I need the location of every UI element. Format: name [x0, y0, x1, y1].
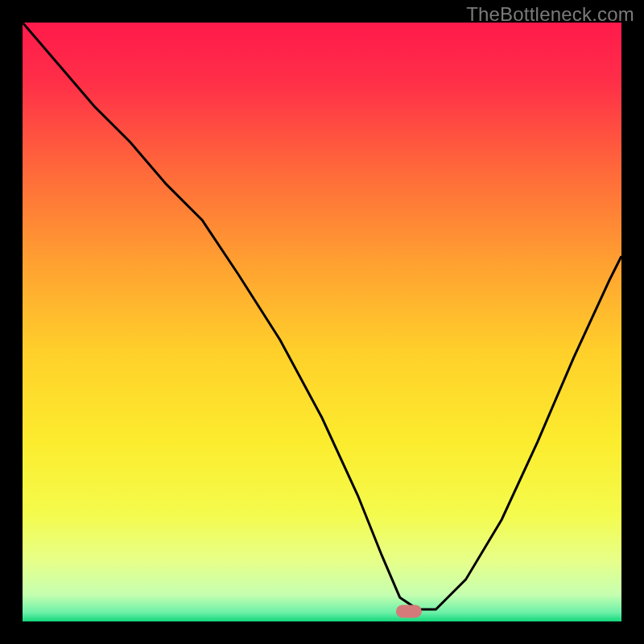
gradient-background — [23, 23, 621, 621]
chart-svg — [23, 23, 621, 621]
current-config-marker — [396, 605, 422, 617]
watermark-text: TheBottleneck.com — [466, 3, 634, 26]
plot-area — [23, 23, 621, 621]
chart-frame: TheBottleneck.com — [0, 0, 644, 644]
